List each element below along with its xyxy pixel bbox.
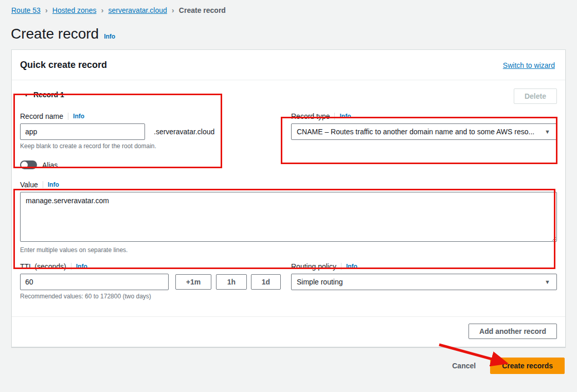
ttl-label-row: TTL (seconds) Info [20,262,291,271]
ttl-1d-button[interactable]: 1d [251,274,281,290]
page-title: Create record [11,26,99,42]
record-type-group: Record type Info CNAME – Routes traffic … [291,112,557,150]
value-label-row: Value Info [20,181,557,189]
record-name-group: Record name Info .serveravatar.cloud Kee… [20,112,291,150]
caret-down-icon: ▼ [24,92,29,98]
value-info-link[interactable]: Info [43,181,59,188]
routing-policy-select[interactable]: Simple routing ▼ [291,274,557,290]
routing-policy-info-link[interactable]: Info [341,263,357,270]
record-name-input[interactable] [20,123,145,140]
record-name-label-row: Record name Info [20,112,291,120]
routing-policy-label-row: Routing policy Info [291,262,557,271]
page-title-row: Create record Info [11,26,577,42]
ttl-info-link[interactable]: Info [71,263,87,270]
ttl-plus-1m-button[interactable]: +1m [175,274,211,290]
ttl-input[interactable] [20,274,169,290]
record-type-selected-value: CNAME – Routes traffic to another domain… [297,128,534,136]
panel-footer: Add another record [12,316,565,347]
ttl-helper: Recommended values: 60 to 172800 (two da… [20,293,291,300]
alias-row: Alias [20,161,557,169]
caret-down-icon: ▼ [545,129,550,135]
caret-down-icon: ▼ [545,279,550,285]
record-type-select[interactable]: CNAME – Routes traffic to another domain… [291,123,557,140]
ttl-group: TTL (seconds) Info +1m 1h 1d Recommended… [20,262,291,300]
record-header-row: ▼ Record 1 Delete [20,88,557,106]
value-group: Value Info manage.serveravatar.com Enter… [20,181,557,254]
panel-body: ▼ Record 1 Delete Record name Info .serv… [12,80,565,300]
name-type-row: Record name Info .serveravatar.cloud Kee… [20,112,557,150]
panel-title: Quick create record [20,60,107,70]
quick-create-record-panel: Quick create record Switch to wizard ▼ R… [11,49,566,347]
record-name-helper: Keep blank to create a record for the ro… [20,142,291,150]
ttl-routing-row: TTL (seconds) Info +1m 1h 1d Recommended… [20,262,557,300]
alias-toggle[interactable] [20,161,37,169]
delete-record-button[interactable]: Delete [514,88,557,104]
breadcrumb-separator-icon: › [45,6,48,14]
ttl-1h-button[interactable]: 1h [216,274,247,290]
routing-policy-group: Routing policy Info Simple routing ▼ [291,262,557,300]
page-title-info-link[interactable]: Info [104,33,115,40]
record-type-label-row: Record type Info [291,112,557,120]
record-type-label: Record type [291,112,330,120]
breadcrumb-hosted-zones[interactable]: Hosted zones [52,6,97,14]
routing-policy-selected-value: Simple routing [297,278,343,286]
cancel-button[interactable]: Cancel [452,362,476,370]
record-name-suffix: .serveravatar.cloud [154,128,214,136]
switch-to-wizard-link[interactable]: Switch to wizard [503,61,555,69]
record-name-info-link[interactable]: Info [68,113,84,120]
value-label: Value [20,181,38,189]
form-actions: Cancel Create records [0,347,577,374]
add-another-record-button[interactable]: Add another record [468,324,557,339]
breadcrumb: Route 53 › Hosted zones › serveravatar.c… [0,0,577,14]
breadcrumb-current: Create record [179,6,226,14]
value-textarea[interactable]: manage.serveravatar.com [20,192,557,242]
breadcrumb-route53[interactable]: Route 53 [11,6,41,14]
ttl-label: TTL (seconds) [20,262,66,271]
routing-policy-label: Routing policy [291,262,336,271]
breadcrumb-separator-icon: › [101,6,103,14]
record-type-info-link[interactable]: Info [334,113,351,120]
record-expander[interactable]: ▼ Record 1 [20,91,64,99]
ttl-control-row: +1m 1h 1d [20,274,291,290]
toggle-knob-icon [21,162,28,168]
record-header-label: Record 1 [33,91,64,99]
create-records-button[interactable]: Create records [490,358,565,374]
record-name-control-row: .serveravatar.cloud [20,123,291,140]
breadcrumb-zone-name[interactable]: serveravatar.cloud [108,6,167,14]
alias-label: Alias [42,161,58,169]
record-name-label: Record name [20,112,63,120]
panel-header: Quick create record Switch to wizard [12,50,565,80]
value-helper: Enter multiple values on separate lines. [20,246,557,254]
breadcrumb-separator-icon: › [172,6,174,14]
